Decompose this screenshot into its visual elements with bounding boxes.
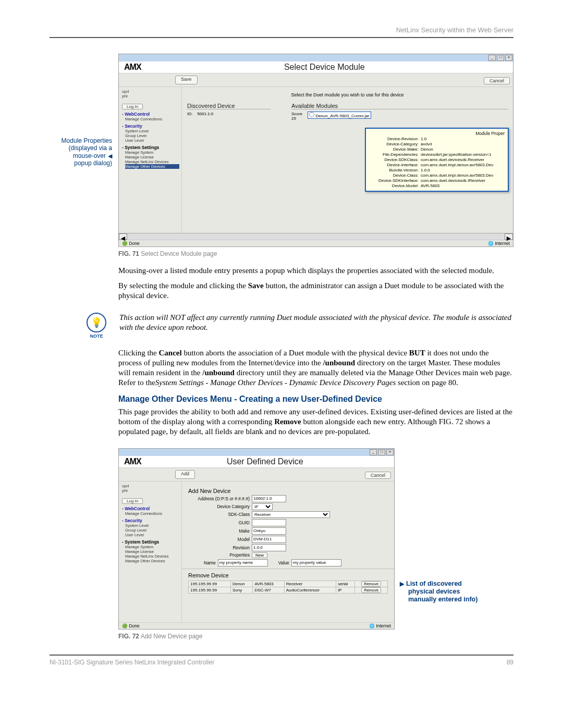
device-category-select[interactable]: IP — [252, 503, 273, 510]
sidebar-item-security[interactable]: - Security — [122, 518, 179, 523]
discovered-device-heading: Discovered Device — [187, 103, 271, 109]
fig71-screenshot: _ □ × AMX Select Device Module Save Canc… — [118, 54, 513, 247]
sidebar: upd phi Log In - WebControl Manage Conne… — [119, 87, 182, 233]
sidebar-item-group-level[interactable]: Group Level — [125, 133, 179, 138]
login-button[interactable]: Log In — [122, 498, 143, 504]
sidebar-item-security[interactable]: - Security — [122, 124, 179, 129]
minimize-icon[interactable]: _ — [488, 55, 496, 61]
callout-list-of-devices: List of discovered physical devices manu… — [400, 580, 504, 603]
page-title: User Defined Device — [141, 457, 389, 466]
fig72-screenshot: _ □ × AMX User Defined Device Add Cancel — [118, 448, 395, 630]
module-row[interactable]: Denon_AVR-5803_Comm.jar — [308, 112, 371, 119]
cancel-button[interactable]: Cancel — [365, 472, 391, 479]
maximize-icon[interactable]: □ — [378, 449, 385, 455]
note-label: NOTE — [81, 334, 112, 339]
remove-button[interactable]: Remove — [361, 581, 381, 587]
available-modules-heading: Available Modules — [291, 103, 508, 109]
page-footer: NI-3101-SIG Signature Series NetLinx Int… — [50, 655, 513, 666]
lightbulb-icon: 💡 — [87, 313, 106, 332]
save-button[interactable]: Save — [175, 76, 198, 84]
callout-module-properties: Module Properties (displayed via a mouse… — [50, 137, 112, 167]
sidebar-item-webcontrol[interactable]: - WebControl — [122, 506, 179, 511]
property-value-field[interactable] — [291, 559, 341, 566]
paragraph-4: This page provides the ability to both a… — [118, 407, 513, 436]
table-row: 195.195.99.99SonyDSC-W7AudioConferencerI… — [189, 587, 388, 593]
section-heading: Manage Other Devices Menu - Creating a n… — [118, 394, 513, 404]
module-properties-popup: Module Proper Device-Revision:1.0 Device… — [365, 128, 509, 192]
close-icon[interactable]: × — [505, 55, 512, 61]
new-property-button[interactable]: New — [252, 552, 267, 558]
close-icon[interactable]: × — [386, 449, 394, 455]
login-button[interactable]: Log In — [122, 104, 143, 109]
revision-field[interactable] — [252, 544, 286, 551]
sidebar: upd phi Log In - WebControl Manage Conne… — [119, 482, 182, 622]
paragraph-3: Clicking the Cancel button aborts the as… — [118, 348, 513, 387]
instruction-label: Select the Duet module you wish to use f… — [187, 92, 508, 97]
paragraph-2: By selecting the module and clicking the… — [118, 281, 513, 301]
page-header: NetLinx Security within the Web Server — [50, 26, 513, 38]
sidebar-item-user-level[interactable]: User Level — [125, 138, 179, 143]
note-text: This action will NOT affect any currentl… — [119, 313, 513, 332]
sidebar-item-system-level[interactable]: System Level — [125, 129, 179, 133]
fig72-caption: FIG. 72 Add New Device page — [118, 633, 395, 640]
table-row: 195.195.99.99DenonAVR-5803Receiverserial… — [189, 581, 388, 587]
paragraph-1: Mousing-over a listed module entry prese… — [118, 266, 513, 276]
device-table: 195.195.99.99DenonAVR-5803Receiverserial… — [188, 581, 388, 594]
remove-device-heading: Remove Device — [188, 572, 388, 578]
model-field[interactable] — [252, 536, 286, 543]
status-done: 🟢 Done — [122, 241, 140, 246]
fig71-caption: FIG. 71 Select Device Module page — [118, 250, 513, 257]
sidebar-item-manage-license[interactable]: Manage License — [125, 155, 179, 159]
sidebar-item-system-settings[interactable]: - System Settings — [122, 539, 179, 545]
status-done: 🟢 Done — [122, 623, 140, 628]
sdk-class-select[interactable]: Receiver — [252, 511, 330, 518]
sidebar-item-manage-other-devices[interactable]: Manage Other Devices — [125, 164, 179, 169]
page-number: 89 — [507, 659, 513, 666]
property-name-field[interactable] — [218, 559, 268, 566]
horizontal-scrollbar[interactable]: ◄► — [119, 233, 513, 240]
sidebar-item-webcontrol[interactable]: - WebControl — [122, 112, 179, 117]
address-field[interactable] — [252, 495, 286, 502]
guid-field[interactable] — [252, 519, 286, 526]
status-internet: 🌐 Internet — [488, 241, 510, 246]
status-internet: 🌐 Internet — [369, 623, 391, 628]
remove-button[interactable]: Remove — [361, 587, 381, 593]
sidebar-item-manage-connections[interactable]: Manage Connections — [125, 117, 179, 121]
make-field[interactable] — [252, 527, 286, 535]
add-new-device-heading: Add New Device — [188, 488, 388, 494]
sidebar-item-system-settings[interactable]: - System Settings — [122, 145, 179, 150]
sidebar-item-manage-netlinx-devices[interactable]: Manage NetLinx Devices — [125, 159, 179, 164]
sidebar-item-manage-system[interactable]: Manage System — [125, 150, 179, 155]
amx-logo: AMX — [124, 63, 141, 72]
cancel-button[interactable]: Cancel — [484, 77, 510, 84]
page-title: Select Device Module — [141, 63, 508, 72]
add-button[interactable]: Add — [175, 470, 195, 479]
maximize-icon[interactable]: □ — [497, 55, 504, 61]
amx-logo: AMX — [124, 457, 141, 466]
minimize-icon[interactable]: _ — [370, 449, 377, 455]
